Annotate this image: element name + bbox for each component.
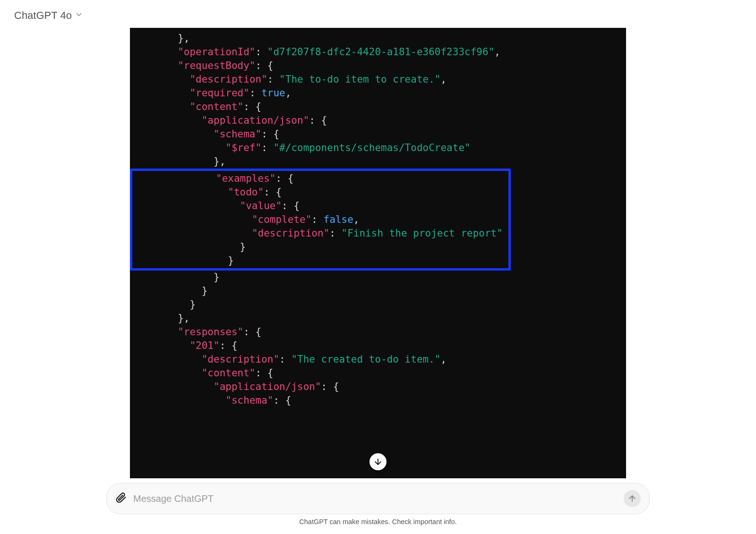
model-selector-label[interactable]: ChatGPT 4o: [14, 9, 72, 22]
json-key: "$ref": [225, 142, 261, 153]
chevron-down-icon[interactable]: [75, 10, 83, 21]
scroll-down-button[interactable]: [369, 453, 387, 470]
json-key: "responses": [178, 326, 243, 338]
json-string: "The created to-do item.": [291, 354, 440, 365]
json-key: "application/json": [202, 115, 309, 126]
highlight-box: "examples": { "todo": { "value": { "comp…: [130, 169, 511, 271]
send-button[interactable]: [624, 490, 641, 507]
json-key: "application/json": [214, 381, 321, 392]
footer: ChatGPT can make mistakes. Check importa…: [0, 478, 756, 534]
app-root: ChatGPT 4o }, "operationId": "d7f207f8-d…: [0, 0, 756, 534]
json-key: "examples": [216, 173, 275, 184]
message-input[interactable]: [133, 493, 617, 504]
json-bool: false: [324, 214, 353, 225]
code-content: }, "operationId": "d7f207f8-dfc2-4420-a1…: [130, 28, 626, 422]
json-string: "The to-do item to create.": [279, 74, 440, 85]
json-key: "description": [252, 228, 329, 239]
json-key: "content": [202, 367, 256, 379]
json-key: "content": [189, 101, 243, 112]
json-key: "schema": [214, 128, 261, 140]
json-string: "#/components/schemas/TodoCreate": [273, 142, 470, 153]
json-key: "requestBody": [178, 60, 255, 71]
disclaimer-text: ChatGPT can make mistakes. Check importa…: [299, 518, 456, 526]
json-key: "required": [189, 87, 249, 99]
header-bar: ChatGPT 4o: [0, 0, 756, 26]
code-block: }, "operationId": "d7f207f8-dfc2-4420-a1…: [130, 28, 626, 478]
json-key: "description": [202, 354, 279, 365]
json-key: "201": [189, 340, 219, 351]
json-bool: true: [261, 87, 285, 99]
json-key: "value": [240, 200, 282, 212]
conversation-area: }, "operationId": "d7f207f8-dfc2-4420-a1…: [0, 26, 756, 478]
message-bar: [106, 483, 650, 514]
json-key: "schema": [225, 395, 273, 406]
attachment-icon[interactable]: [115, 492, 127, 505]
json-key: "operationId": [178, 46, 255, 58]
json-key: "todo": [228, 186, 264, 198]
json-key: "description": [189, 74, 267, 85]
json-key: "complete": [252, 214, 311, 225]
json-string: "d7f207f8-dfc2-4420-a181-e360f233cf96": [267, 46, 494, 58]
json-string: "Finish the project report": [342, 228, 503, 239]
